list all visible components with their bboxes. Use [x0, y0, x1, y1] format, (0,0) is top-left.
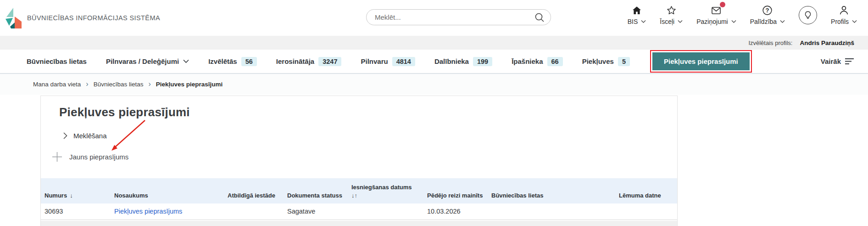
- column-header-lemuma-datne: Lēmuma datne: [615, 178, 677, 203]
- table-header-row: Numurs↓ Nosaukums Atbildīgā iestāde Doku…: [41, 178, 677, 203]
- chevron-down-icon: [641, 20, 646, 23]
- search-icon[interactable]: [534, 12, 545, 23]
- breadcrumb-separator: ›: [148, 80, 150, 88]
- nav-more-button[interactable]: Vairāk: [821, 57, 854, 65]
- count-badge: 56: [241, 57, 257, 66]
- content-panel: Piekļuves pieprasījumi Meklēšana Jauns p…: [40, 96, 678, 226]
- breadcrumb-buvniecibas-lietas[interactable]: Būvniecības lietas: [94, 81, 144, 88]
- person-icon: [838, 4, 850, 16]
- column-header-atbildiga-iestade: Atbildīgā iestāde: [224, 178, 284, 203]
- nav-item-dalibnieka[interactable]: Dalībnieka 199: [434, 57, 492, 66]
- nav-item-ipasnieka[interactable]: Īpašnieka 66: [512, 57, 563, 66]
- bis-logo-icon: [5, 7, 23, 28]
- table-row: 30693 Piekļuves pieprasījums Sagatave 10…: [41, 203, 677, 220]
- cell-lemuma-datne: [615, 203, 677, 220]
- selected-profile-bar: Izvēlētais profils: Andris Paraudziņš: [0, 36, 868, 50]
- requests-table: Numurs↓ Nosaukums Atbildīgā iestāde Doku…: [41, 178, 677, 220]
- cell-dokumenta-statuss: Sagatave: [284, 203, 348, 220]
- chevron-down-icon: [731, 20, 736, 23]
- column-header-numurs[interactable]: Numurs↓: [41, 178, 111, 203]
- home-icon: [631, 4, 642, 16]
- breadcrumb-current-page: Piekļuves pieprasījumi: [156, 81, 223, 88]
- column-header-iesniegsanas-datums[interactable]: Iesniegšanas datums ↓↑: [348, 178, 423, 203]
- column-header-buvniecibas-lietas: Būvniecības lietas: [488, 178, 615, 203]
- sort-desc-icon: ↓: [70, 192, 73, 199]
- search-input[interactable]: [375, 13, 534, 21]
- count-badge: 66: [547, 57, 563, 66]
- chevron-down-icon: [780, 20, 785, 23]
- nav-item-piekluves[interactable]: Piekļuves 5: [582, 57, 630, 66]
- new-request-button[interactable]: Jauns pieprasījums: [52, 152, 128, 162]
- breadcrumb-separator: ›: [86, 80, 88, 88]
- count-badge: 5: [618, 57, 630, 66]
- cell-iesniegsanas-datums: [348, 203, 423, 220]
- column-header-nosaukums: Nosaukums: [111, 178, 224, 203]
- cell-atbildiga-iestade: [224, 203, 284, 220]
- nav-item-buvniecibas-lietas[interactable]: Būvniecības lietas: [27, 57, 87, 65]
- svg-text:?: ?: [766, 7, 769, 14]
- nav-item-ierosinataja[interactable]: Ierosinātāja 3247: [276, 57, 342, 66]
- chevron-down-icon: [852, 20, 857, 23]
- breadcrumb: Mana darba vieta › Būvniecības lietas › …: [0, 73, 868, 95]
- page-title: Piekļuves pieprasījumi: [59, 105, 677, 119]
- cell-pedejo-reizi-mainits: 10.03.2026: [423, 203, 488, 220]
- notification-dot: [720, 2, 725, 7]
- cell-nosaukums-link[interactable]: Piekļuves pieprasījums: [111, 203, 224, 220]
- menu-item-shortcuts[interactable]: Īsceļi: [660, 4, 683, 25]
- menu-item-help[interactable]: ? Palīdzība: [750, 4, 785, 25]
- cell-numurs: 30693: [41, 203, 111, 220]
- nav-item-izveletas[interactable]: Izvēlētās 56: [208, 57, 257, 66]
- main-navigation: Būvniecības lietas Pilnvaras / Deleģējum…: [0, 50, 868, 73]
- nav-item-pilnvaras-delegejumi[interactable]: Pilnvaras / Deleģējumi: [106, 57, 189, 65]
- star-icon: [666, 4, 677, 16]
- app-header: BŪVNIECĪBAS INFORMĀCIJAS SISTĒMA BIS: [0, 0, 868, 36]
- chevron-down-icon: [183, 59, 189, 63]
- app-title: BŪVNIECĪBAS INFORMĀCIJAS SISTĒMA: [27, 14, 160, 22]
- count-badge: 3247: [318, 57, 341, 66]
- selected-profile-name: Andris Paraudziņš: [800, 40, 854, 46]
- chevron-down-icon: [678, 20, 683, 23]
- question-circle-icon: ?: [762, 4, 773, 16]
- app-logo[interactable]: BŪVNIECĪBAS INFORMĀCIJAS SISTĒMA: [5, 7, 160, 28]
- column-header-pedejo-reizi-mainits: Pēdējo reizi mainīts: [423, 178, 488, 203]
- menu-item-notifications[interactable]: Paziņojumi: [696, 4, 736, 25]
- lightbulb-icon: [799, 6, 817, 24]
- cell-buvniecibas-lietas: [488, 203, 615, 220]
- envelope-icon: [710, 4, 722, 16]
- plus-icon: [52, 152, 62, 162]
- chevron-right-icon: [63, 132, 67, 139]
- selected-profile-label: Izvēlētais profils:: [748, 40, 792, 46]
- count-badge: 4814: [392, 57, 415, 66]
- header-menu: BIS Īsceļi: [628, 4, 857, 25]
- breadcrumb-mana-darba-vieta[interactable]: Mana darba vieta: [33, 81, 81, 88]
- search-expander[interactable]: Meklēšana: [63, 132, 107, 140]
- menu-lines-icon: [845, 58, 854, 65]
- nav-tab-piekluves-pieprasijumi-active[interactable]: Piekļuves pieprasījumi: [652, 52, 750, 70]
- count-badge: 199: [473, 57, 492, 66]
- menu-item-bis[interactable]: BIS: [628, 4, 646, 25]
- nav-item-pilnvaru[interactable]: Pilnvaru 4814: [361, 57, 415, 66]
- sort-both-icon: ↓↑: [351, 192, 420, 199]
- annotation-highlight-box: Piekļuves pieprasījumi: [650, 50, 752, 73]
- column-header-dokumenta-statuss: Dokumenta statuss: [284, 178, 348, 203]
- global-search: [366, 9, 551, 25]
- menu-item-profile[interactable]: Profils: [831, 4, 857, 25]
- menu-item-tips[interactable]: [799, 4, 817, 24]
- table-partial-next-row: [41, 221, 677, 226]
